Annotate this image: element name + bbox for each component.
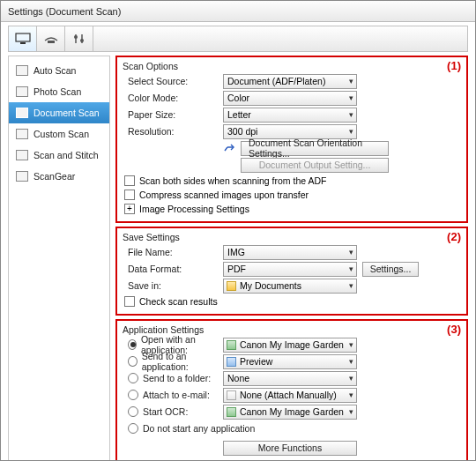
sidebar-item-document-scan[interactable]: Document Scan [9, 102, 109, 123]
panel-number-1: (1) [447, 59, 461, 72]
color-mode-label: Color Mode: [123, 93, 223, 103]
mail-icon [227, 390, 236, 400]
compress-checkbox-row[interactable]: Compress scanned images upon transfer [123, 188, 461, 202]
sidebar-item-scan-stitch[interactable]: Scan and Stitch [9, 145, 109, 166]
svg-rect-0 [16, 33, 30, 41]
doc-icon [16, 150, 28, 160]
combo-value: Preview [240, 356, 272, 367]
panel-number-2: (2) [447, 230, 461, 243]
scan-both-sides-checkbox-row[interactable]: Scan both sides when scanning from the A… [123, 174, 461, 188]
combo-value: 300 dpi [227, 126, 257, 137]
checkbox-label: Compress scanned images upon transfer [139, 190, 309, 200]
radio-label: Start OCR: [143, 406, 188, 417]
folder-icon [227, 281, 236, 291]
panel-number-3: (3) [447, 323, 461, 336]
save-in-combo[interactable]: My Documents [223, 279, 357, 294]
radio-label: Send to an application: [142, 351, 223, 372]
panel-save-settings: (2) Save Settings File Name:IMG Data For… [115, 227, 468, 316]
data-format-settings-button[interactable]: Settings... [362, 262, 419, 277]
combo-value: Letter [227, 109, 251, 120]
plus-icon: + [124, 204, 135, 214]
radio-do-not-start[interactable] [128, 423, 138, 434]
top-toolbar [8, 26, 468, 52]
radio-start-ocr[interactable] [128, 406, 138, 417]
check-results-checkbox-row[interactable]: Check scan results [123, 294, 461, 309]
sidebar-item-label: Document Scan [33, 108, 100, 118]
open-with-combo[interactable]: Canon My Image Garden [223, 338, 357, 353]
svg-rect-2 [48, 41, 55, 43]
toolbar-prefs-tab[interactable] [65, 26, 93, 51]
combo-value: My Documents [240, 280, 301, 291]
checkbox-label: Scan both sides when scanning from the A… [139, 175, 326, 186]
sidebar-item-label: ScanGear [33, 171, 75, 182]
send-folder-combo[interactable]: None [223, 371, 357, 386]
orientation-link-icon [223, 143, 235, 153]
radio-send-app[interactable] [128, 356, 138, 367]
toolbar-scanner-tab[interactable] [9, 26, 37, 51]
radio-label: Attach to e-mail: [143, 390, 210, 400]
combo-value: Canon My Image Garden [240, 406, 344, 417]
toolbar-platen-tab[interactable] [37, 26, 65, 51]
checkbox-icon [124, 296, 135, 307]
save-settings-heading: Save Settings [123, 232, 461, 242]
sliders-icon [71, 33, 87, 45]
button-label: Document Scan Orientation Settings... [249, 138, 381, 159]
scanner-icon [43, 33, 59, 45]
svg-point-6 [80, 39, 84, 42]
titlebar: Settings (Document Scan) [1, 1, 475, 22]
resolution-label: Resolution: [123, 126, 223, 137]
select-source-combo[interactable]: Document (ADF/Platen) [223, 74, 357, 89]
combo-value: None (Attach Manually) [240, 390, 337, 400]
sidebar-item-custom-scan[interactable]: Custom Scan [9, 123, 109, 145]
orientation-settings-button[interactable]: Document Scan Orientation Settings... [241, 141, 389, 156]
sidebar-item-label: Photo Scan [33, 86, 81, 97]
window-title: Settings (Document Scan) [8, 6, 121, 17]
sidebar-item-auto-scan[interactable]: Auto Scan [9, 60, 109, 81]
radio-send-folder[interactable] [128, 373, 138, 383]
start-ocr-combo[interactable]: Canon My Image Garden [223, 405, 357, 420]
combo-value: PDF [227, 264, 246, 274]
doc-icon [16, 65, 28, 76]
doc-icon [16, 108, 28, 118]
doc-icon [16, 171, 28, 182]
combo-value: Color [227, 93, 249, 103]
panel-app-settings: (3) Application Settings Open with an ap… [115, 319, 468, 461]
attach-email-combo[interactable]: None (Attach Manually) [223, 388, 357, 403]
combo-value: IMG [227, 247, 245, 257]
more-functions-button[interactable]: More Functions [223, 441, 357, 456]
image-processing-expander[interactable]: +Image Processing Settings [123, 202, 461, 216]
select-source-label: Select Source: [123, 76, 223, 86]
color-mode-combo[interactable]: Color [223, 91, 357, 106]
checkbox-label: Check scan results [139, 296, 218, 307]
radio-open-with[interactable] [128, 339, 137, 350]
combo-value: None [227, 373, 249, 383]
radio-label: Do not start any application [143, 423, 255, 434]
sidebar-item-scangear[interactable]: ScanGear [9, 166, 109, 187]
resolution-combo[interactable]: 300 dpi [223, 124, 357, 139]
sidebar-item-label: Custom Scan [33, 129, 89, 139]
button-label: More Functions [258, 442, 322, 453]
button-label: Settings... [370, 264, 412, 274]
preview-icon [227, 357, 236, 367]
checkbox-icon [124, 190, 135, 200]
sidebar-item-label: Auto Scan [33, 65, 76, 76]
sidebar: Auto Scan Photo Scan Document Scan Custo… [8, 56, 110, 461]
panel-scan-options: (1) Scan Options Select Source:Document … [115, 56, 468, 223]
radio-attach-email[interactable] [128, 390, 138, 400]
doc-icon [16, 129, 28, 139]
file-name-combo[interactable]: IMG [223, 245, 357, 260]
send-app-combo[interactable]: Preview [223, 354, 357, 369]
sidebar-item-photo-scan[interactable]: Photo Scan [9, 81, 109, 102]
output-setting-button: Document Output Setting... [241, 158, 389, 173]
expander-label: Image Processing Settings [139, 204, 249, 214]
app-icon [227, 340, 236, 350]
paper-size-combo[interactable]: Letter [223, 108, 357, 123]
button-label: Document Output Setting... [259, 160, 371, 170]
combo-value: Canon My Image Garden [240, 339, 344, 350]
svg-rect-1 [20, 42, 26, 44]
data-format-combo[interactable]: PDF [223, 262, 357, 277]
paper-size-label: Paper Size: [123, 109, 223, 120]
sidebar-item-label: Scan and Stitch [33, 150, 99, 160]
combo-value: Document (ADF/Platen) [227, 76, 325, 86]
scan-options-heading: Scan Options [123, 61, 461, 71]
